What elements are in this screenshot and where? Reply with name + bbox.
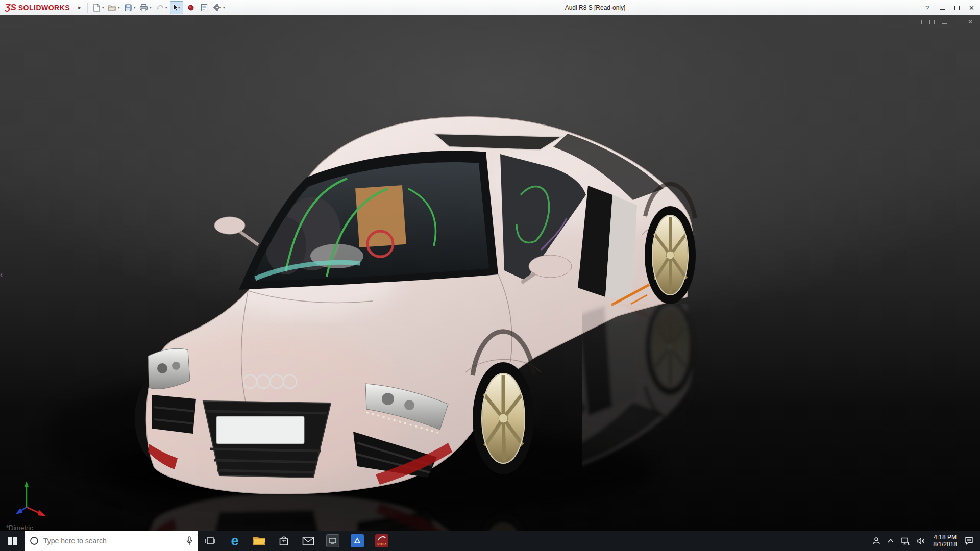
windows-logo-icon xyxy=(8,537,17,545)
network-icon[interactable] xyxy=(897,531,913,551)
solidworks-logo: ƷS SOLIDWORKS xyxy=(0,3,74,13)
edge-browser-icon[interactable]: e xyxy=(223,531,247,551)
people-icon[interactable] xyxy=(869,531,884,551)
window-controls: ? ✕ xyxy=(920,0,979,15)
sheet-icon xyxy=(200,4,208,12)
task-view-button[interactable] xyxy=(198,531,223,551)
close-button[interactable]: ✕ xyxy=(964,0,979,15)
mail-icon[interactable] xyxy=(296,531,321,551)
print-dropdown[interactable]: ▾ xyxy=(150,5,152,10)
taskbar: e xyxy=(0,531,980,551)
action-center-icon[interactable] xyxy=(961,531,977,551)
graphics-area[interactable]: ✕ ‹ xyxy=(0,15,980,531)
microphone-icon[interactable] xyxy=(186,536,193,545)
volume-icon[interactable] xyxy=(913,531,929,551)
save-button[interactable] xyxy=(121,2,135,14)
hidden-icons-chevron-icon[interactable] xyxy=(884,531,897,551)
front-grille[interactable] xyxy=(203,401,331,478)
show-desktop-button[interactable] xyxy=(977,531,980,551)
undo-arrow-icon xyxy=(156,4,164,12)
print-button[interactable] xyxy=(137,2,151,14)
left-headlight[interactable] xyxy=(148,348,190,389)
document-window-controls: ✕ xyxy=(917,19,973,25)
desktop-screen: ƷS SOLIDWORKS ▸ ▾ ▾ xyxy=(0,0,980,551)
document-title: Audi R8 S [Read-only] xyxy=(565,0,626,15)
3ds-logo-mark-icon: ƷS xyxy=(5,3,16,13)
titlebar: ƷS SOLIDWORKS ▸ ▾ ▾ xyxy=(0,0,980,15)
car-3d-model[interactable] xyxy=(0,15,980,531)
edrawings-tile-icon xyxy=(351,534,364,547)
menu-expander-icon[interactable]: ▸ xyxy=(74,4,85,11)
new-document-dropdown[interactable]: ▾ xyxy=(102,5,104,10)
doc-pane2-icon[interactable] xyxy=(929,20,935,24)
roof-vent[interactable] xyxy=(434,134,561,150)
select-tool-button-active[interactable]: ▾ xyxy=(170,1,183,14)
store-icon[interactable] xyxy=(272,531,296,551)
left-side-intake[interactable] xyxy=(152,395,196,434)
undo-button[interactable] xyxy=(153,2,166,14)
file-explorer-icon[interactable] xyxy=(247,531,272,551)
start-button[interactable] xyxy=(0,531,24,551)
edge-e-glyph: e xyxy=(231,534,238,548)
open-document-button[interactable] xyxy=(106,2,119,14)
doc-close-icon[interactable]: ✕ xyxy=(968,19,973,25)
solidworks-year-badge: 2017 xyxy=(377,542,386,546)
printer-icon xyxy=(139,4,148,12)
save-floppy-icon xyxy=(124,4,132,12)
open-folder-icon xyxy=(108,4,116,12)
minimize-button[interactable] xyxy=(935,0,949,15)
gear-icon xyxy=(213,3,222,12)
clock-time: 4:18 PM xyxy=(933,534,957,541)
view-orientation-label: *Dimetric xyxy=(6,524,33,531)
doc-pane-icon[interactable] xyxy=(917,20,922,24)
solidworks-2017-icon[interactable]: 2017 xyxy=(370,531,394,551)
envelope-icon xyxy=(302,536,314,546)
dark-app-icon xyxy=(326,534,339,547)
new-document-button[interactable] xyxy=(90,2,103,14)
solidworks-brand-label: SOLIDWORKS xyxy=(18,4,70,12)
options-button[interactable] xyxy=(211,2,224,14)
standard-toolbar: ▾ ▾ ▾ xyxy=(90,1,227,14)
minimize-icon xyxy=(940,9,945,10)
edrawings-icon[interactable] xyxy=(345,531,370,551)
left-side-mirror[interactable] xyxy=(214,217,258,245)
xpress-red-icon xyxy=(187,4,194,11)
open-document-dropdown[interactable]: ▾ xyxy=(118,5,120,10)
license-plate[interactable] xyxy=(216,416,304,444)
options-dropdown[interactable]: ▾ xyxy=(223,5,225,10)
xpress-tools-button[interactable] xyxy=(184,2,198,14)
orientation-triad xyxy=(9,478,55,522)
maximize-button[interactable] xyxy=(949,0,964,15)
select-tool-dropdown[interactable]: ▾ xyxy=(178,5,180,10)
search-input[interactable] xyxy=(43,537,181,545)
new-document-icon xyxy=(92,4,101,12)
folder-icon xyxy=(253,535,266,546)
clock-date: 8/1/2018 xyxy=(933,541,957,548)
doc-minimize-icon[interactable] xyxy=(942,23,947,24)
shopping-bag-icon xyxy=(278,535,289,546)
taskbar-search-box[interactable] xyxy=(24,531,198,551)
system-tray: 4:18 PM 8/1/2018 xyxy=(869,531,980,551)
help-button[interactable]: ? xyxy=(920,0,935,15)
taskbar-app-dark-tile[interactable] xyxy=(321,531,345,551)
undo-dropdown[interactable]: ▾ xyxy=(165,5,167,10)
sheet-tool-button[interactable] xyxy=(198,2,211,14)
front-right-wheel[interactable] xyxy=(473,362,534,474)
solidworks-tile-icon: 2017 xyxy=(375,534,388,547)
clock[interactable]: 4:18 PM 8/1/2018 xyxy=(929,531,961,551)
task-view-icon xyxy=(205,536,215,545)
cortana-circle-icon xyxy=(30,536,39,545)
rear-right-wheel[interactable] xyxy=(645,206,696,304)
doc-restore-icon[interactable] xyxy=(955,20,960,24)
save-dropdown[interactable]: ▾ xyxy=(134,5,136,10)
toolbar-separator xyxy=(87,3,88,13)
maximize-icon xyxy=(954,6,960,10)
